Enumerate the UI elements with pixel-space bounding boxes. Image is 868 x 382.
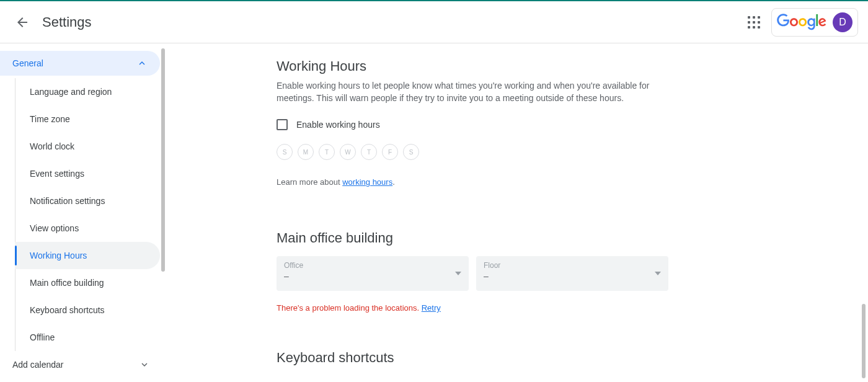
sidebar-item-notification-settings[interactable]: Notification settings — [15, 187, 160, 215]
office-select-label: Office — [284, 261, 461, 270]
checkbox-icon — [277, 119, 288, 130]
day-chip-6[interactable]: S — [403, 144, 419, 160]
avatar: D — [833, 12, 852, 32]
sidebar-section-label: General — [12, 58, 43, 68]
sidebar-item-label: Time zone — [30, 114, 70, 124]
sidebar-item-label: Offline — [30, 332, 55, 342]
day-chip-2[interactable]: T — [319, 144, 335, 160]
office-select-row: Office – Floor – — [277, 256, 843, 291]
add-calendar-label: Add calendar — [12, 360, 64, 370]
learn-suffix: . — [392, 177, 395, 187]
checkbox-label: Enable working hours — [296, 120, 380, 130]
spacer — [277, 313, 843, 350]
back-button[interactable] — [10, 10, 35, 35]
spacer — [277, 187, 843, 230]
sidebar-item-working-hours[interactable]: Working Hours — [15, 242, 160, 269]
sidebar: General Language and regionTime zoneWorl… — [0, 43, 165, 381]
header: Settings D — [0, 1, 868, 43]
retry-link[interactable]: Retry — [422, 303, 441, 313]
account-switcher[interactable]: D — [771, 8, 858, 37]
sidebar-item-label: World clock — [30, 141, 74, 151]
sidebar-item-label: Event settings — [30, 169, 84, 179]
chevron-up-icon — [136, 58, 148, 69]
sidebar-item-view-options[interactable]: View options — [15, 215, 160, 242]
sidebar-item-language-and-region[interactable]: Language and region — [15, 78, 160, 105]
sidebar-item-time-zone[interactable]: Time zone — [15, 105, 160, 133]
office-select[interactable]: Office – — [277, 256, 469, 291]
sidebar-item-keyboard-shortcuts[interactable]: Keyboard shortcuts — [15, 296, 160, 324]
learn-more-text: Learn more about working hours. — [277, 177, 843, 187]
apps-grid-icon — [748, 16, 760, 29]
google-apps-button[interactable] — [742, 10, 766, 35]
day-chip-5[interactable]: F — [382, 144, 398, 160]
sidebar-item-label: Keyboard shortcuts — [30, 305, 105, 315]
sidebar-section-general[interactable]: General — [0, 51, 160, 76]
day-chip-1[interactable]: M — [298, 144, 314, 160]
avatar-initial: D — [839, 17, 846, 28]
body: General Language and regionTime zoneWorl… — [0, 43, 868, 381]
location-error-text: There's a problem loading the locations.… — [277, 303, 843, 313]
main-content: Working Hours Enable working hours to le… — [165, 43, 868, 381]
add-calendar-button[interactable]: Add calendar — [0, 352, 165, 377]
floor-select-value: – — [484, 271, 661, 281]
caret-down-icon — [455, 272, 461, 275]
day-chip-0[interactable]: S — [277, 144, 293, 160]
learn-prefix: Learn more about — [277, 177, 342, 187]
day-chip-3[interactable]: W — [340, 144, 356, 160]
page-title: Settings — [42, 14, 92, 30]
error-message: There's a problem loading the locations. — [277, 303, 422, 313]
day-chip-4[interactable]: T — [361, 144, 377, 160]
sidebar-item-label: Language and region — [30, 87, 112, 97]
sidebar-item-label: View options — [30, 223, 79, 233]
caret-down-icon — [655, 272, 661, 275]
office-select-value: – — [284, 271, 461, 281]
section-title-keyboard-shortcuts: Keyboard shortcuts — [277, 350, 843, 366]
floor-select-label: Floor — [484, 261, 661, 270]
working-hours-description: Enable working hours to let people know … — [277, 79, 686, 104]
sidebar-item-world-clock[interactable]: World clock — [15, 133, 160, 160]
working-hours-link[interactable]: working hours — [342, 177, 392, 187]
floor-select[interactable]: Floor – — [476, 256, 668, 291]
sidebar-item-event-settings[interactable]: Event settings — [15, 160, 160, 187]
section-title-working-hours: Working Hours — [277, 58, 843, 74]
sidebar-item-offline[interactable]: Offline — [15, 324, 160, 351]
section-title-main-office: Main office building — [277, 230, 843, 246]
sidebar-item-label: Working Hours — [30, 251, 87, 260]
google-logo — [777, 14, 826, 30]
main-scrollbar[interactable] — [862, 304, 866, 378]
sidebar-item-label: Main office building — [30, 278, 104, 288]
enable-working-hours-checkbox[interactable]: Enable working hours — [277, 119, 843, 130]
day-chip-row: SMTWTFS — [277, 144, 843, 160]
sidebar-nav-group: Language and regionTime zoneWorld clockE… — [0, 78, 165, 351]
sidebar-item-label: Notification settings — [30, 196, 105, 206]
chevron-down-icon — [139, 359, 150, 370]
arrow-left-icon — [15, 15, 30, 30]
sidebar-item-main-office-building[interactable]: Main office building — [15, 269, 160, 296]
